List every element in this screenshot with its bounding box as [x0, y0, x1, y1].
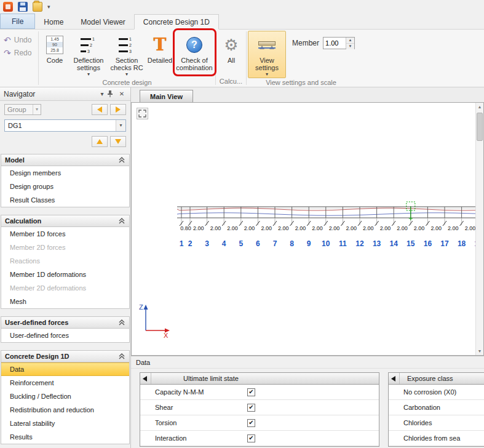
previous-group-button[interactable] [92, 104, 108, 115]
nav-item-lateral-stability[interactable]: Lateral stability [1, 417, 129, 430]
table-row: Capacity N-M-M ✔ [140, 385, 379, 400]
dimension-label: 2.00 [397, 225, 408, 231]
spin-down-icon[interactable]: ▼ [346, 44, 354, 49]
check-of-combination-button[interactable]: ? Check of combination [174, 31, 215, 78]
nav-item-reactions: Reactions [1, 254, 129, 268]
exposure-header[interactable]: Exposure class [389, 373, 484, 385]
group-mode-dropdown[interactable]: Group ▾ [4, 104, 41, 115]
quickbar-menu-icon[interactable]: ▾ [47, 4, 50, 10]
nav-item-redistribution-reduction[interactable]: Redistribution and reduction [1, 403, 129, 417]
redo-label: Redo [14, 49, 32, 57]
tab-home[interactable]: Home [35, 15, 72, 29]
member-scale-spinner[interactable]: ▲ ▼ [323, 37, 355, 49]
tab-file[interactable]: File [0, 14, 35, 29]
panel-menu-icon[interactable]: ▾ [97, 90, 107, 97]
open-icon[interactable] [33, 2, 42, 12]
redo-button[interactable]: ↷ Redo [4, 46, 38, 59]
collapse-chevrons-icon [118, 217, 125, 225]
spin-up-icon[interactable]: ▲ [346, 38, 354, 44]
dimension-label: 2.00 [261, 225, 272, 231]
section-calculation: Calculation Member 1D forces Member 2D f… [1, 215, 130, 309]
node-number: 10 [322, 239, 330, 248]
zoom-extents-button[interactable] [137, 108, 148, 119]
section-user-defined-forces: User-defined forces User-defined forces [1, 316, 130, 343]
group-label-view-settings: View settings and scale [247, 78, 355, 87]
pin-icon[interactable] [107, 90, 117, 97]
nav-item-result-classes[interactable]: Result Classes [1, 193, 129, 207]
chevron-down-icon: ▾ [87, 72, 90, 78]
deflection-settings-button[interactable]: 1 2 3 Deflection settings ▾ [69, 31, 108, 78]
calculate-all-button[interactable]: ⚙ All [217, 31, 245, 77]
tab-model-viewer[interactable]: Model Viewer [72, 15, 133, 29]
row-label: Capacity N-M-M [140, 388, 247, 396]
section-model: Model Design members Design groups Resul… [1, 154, 130, 207]
scroll-up-icon[interactable]: ▲ [476, 103, 483, 111]
nav-item-results[interactable]: Results [1, 430, 129, 444]
vertical-scrollbar[interactable]: ▲ ▼ [475, 103, 483, 355]
nav-item-mesh[interactable]: Mesh [1, 295, 129, 308]
dimension-label: 2.00 [278, 225, 289, 231]
design-group-combobox[interactable]: DG1 ▾ [4, 119, 126, 132]
scrollbar-thumb[interactable] [477, 113, 483, 141]
nav-item-design-groups[interactable]: Design groups [1, 180, 129, 193]
navigator-title: Navigator [4, 90, 97, 98]
move-up-button[interactable] [92, 136, 108, 147]
code-button[interactable]: 1.45 90 25.8 Code [40, 31, 69, 78]
nav-item-reinforcement[interactable]: Reinforcement [1, 376, 129, 390]
tab-concrete-design-1d[interactable]: Concrete Design 1D [134, 14, 219, 30]
expand-icon [138, 110, 146, 118]
view-settings-group: View settings ▾ Member ▲ ▼ View settings… [247, 30, 355, 87]
nav-item-buckling-deflection[interactable]: Buckling / Deflection [1, 390, 129, 403]
tab-main-view[interactable]: Main View [140, 90, 193, 102]
view-settings-button[interactable]: View settings ▾ [248, 31, 286, 78]
shear-checkbox[interactable]: ✔ [247, 404, 255, 412]
design-group-value: DG1 [5, 120, 116, 131]
section-header-user-defined-forces[interactable]: User-defined forces [1, 317, 129, 329]
arrow-right-icon [116, 106, 121, 113]
nav-item-user-defined-forces[interactable]: User-defined forces [1, 329, 129, 342]
code-icon: 1.45 90 25.8 [46, 36, 63, 54]
section-header-model[interactable]: Model [1, 154, 129, 166]
next-group-button[interactable] [110, 104, 126, 115]
section-header-calculation[interactable]: Calculation [1, 215, 129, 227]
main-view-canvas[interactable]: 123456789101112131415161718190.802.002.0… [131, 102, 484, 356]
capacity-nmm-checkbox[interactable]: ✔ [247, 388, 255, 396]
node-number: 15 [407, 239, 415, 248]
undo-button[interactable]: ↶ Undo [4, 33, 38, 46]
beam-icon [258, 38, 276, 52]
detailed-button[interactable]: T Detailed [146, 31, 174, 78]
dimension-label: 2.00 [380, 225, 391, 231]
row-label: Torsion [140, 419, 247, 426]
exposure-class-box: Exposure class No corrosion (X0) Carbona… [388, 372, 484, 447]
save-icon[interactable] [18, 2, 28, 12]
app-icon[interactable] [3, 2, 13, 12]
node-number: 18 [458, 239, 466, 248]
close-icon[interactable]: ✕ [117, 90, 127, 97]
node-number: 1 [180, 239, 184, 248]
exposure-title: Exposure class [400, 375, 453, 382]
collapse-triangle-icon[interactable] [140, 373, 151, 384]
collapse-chevrons-icon [118, 353, 125, 360]
move-down-button[interactable] [110, 136, 126, 147]
x-axis-label: X [164, 332, 169, 338]
section-header-concrete-design-1d[interactable]: Concrete Design 1D [1, 351, 129, 362]
nav-item-design-members[interactable]: Design members [1, 166, 129, 180]
nav-item-member-1d-forces[interactable]: Member 1D forces [1, 227, 129, 241]
uls-header[interactable]: Ultimate limit state [140, 373, 379, 385]
concrete-design-group: 1.45 90 25.8 Code 1 2 3 [39, 30, 215, 87]
calculation-group: ⚙ All Calcu... [216, 30, 246, 87]
nav-item-member-1d-deformations[interactable]: Member 1D deformations [1, 268, 129, 281]
nav-item-data[interactable]: Data [1, 362, 129, 376]
chevron-down-icon: ▾ [266, 72, 268, 78]
table-row: Torsion ✔ [140, 415, 379, 431]
section-checks-rc-button[interactable]: 1 2 3 Section checks RC ▾ [108, 31, 146, 78]
row-label: Chlorides from sea [389, 434, 460, 442]
scroll-down-icon[interactable]: ▼ [476, 347, 483, 355]
interaction-checkbox[interactable]: ✔ [247, 434, 255, 442]
main-column: Main View 123456789101112131415161718190… [131, 87, 484, 448]
question-mark-icon: ? [186, 37, 202, 53]
node-number: 2 [188, 239, 192, 248]
member-scale-input[interactable] [323, 38, 346, 49]
torsion-checkbox[interactable]: ✔ [247, 419, 255, 427]
collapse-triangle-icon[interactable] [389, 373, 400, 384]
